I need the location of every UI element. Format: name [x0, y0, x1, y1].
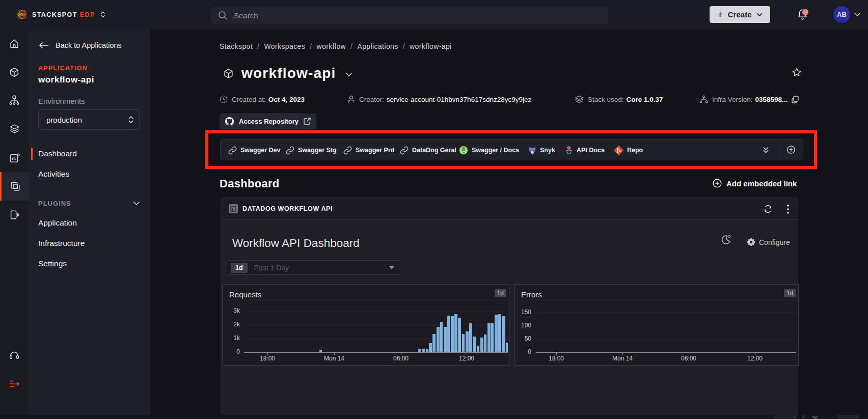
- svg-text:{..}: {..}: [460, 148, 467, 153]
